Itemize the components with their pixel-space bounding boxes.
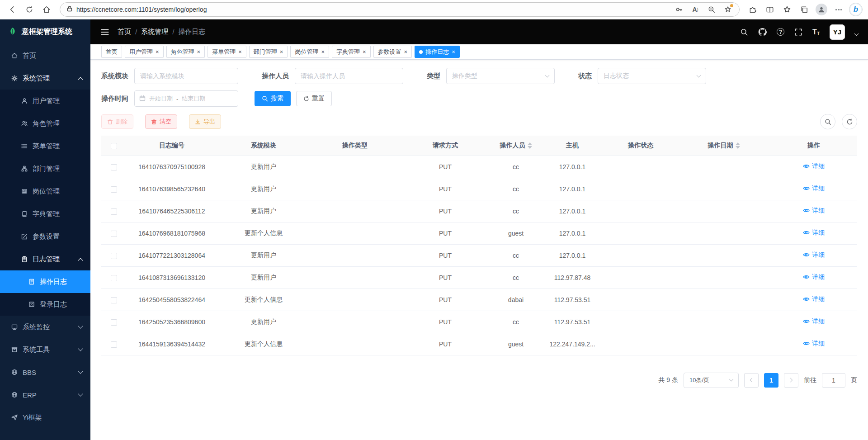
app-logo[interactable]: 意框架管理系统	[0, 19, 90, 44]
tab-user-management[interactable]: 用户管理×	[125, 46, 164, 58]
sidebar-item-yi-framework[interactable]: Yi框架	[0, 406, 90, 429]
row-checkbox[interactable]	[111, 164, 117, 170]
profile-avatar[interactable]	[814, 2, 829, 17]
row-checkbox[interactable]	[111, 341, 117, 348]
date-range-picker[interactable]: 开始日期 - 结束日期	[134, 90, 238, 107]
table-search-toggle-button[interactable]	[820, 114, 835, 129]
refresh-icon[interactable]	[22, 2, 37, 17]
detail-link[interactable]: 详细	[803, 273, 825, 281]
back-icon[interactable]	[5, 2, 20, 17]
detail-link[interactable]: 详细	[803, 207, 825, 215]
row-checkbox[interactable]	[111, 186, 117, 193]
row-checkbox[interactable]	[111, 275, 117, 281]
sidebar-item-login-log[interactable]: 登录日志	[0, 293, 90, 316]
tab-role-management[interactable]: 角色管理×	[166, 46, 205, 58]
row-checkbox[interactable]	[111, 208, 117, 215]
detail-link[interactable]: 详细	[803, 317, 825, 326]
sidebar-item-system-monitor[interactable]: 系统监控	[0, 316, 90, 338]
sidebar-item-log-management[interactable]: 日志管理	[0, 248, 90, 270]
col-operator[interactable]: 操作人员	[491, 136, 541, 156]
breadcrumb-item[interactable]: 系统管理	[141, 28, 168, 36]
sidebar-item-home[interactable]: 首页	[0, 44, 90, 67]
close-icon[interactable]: ×	[156, 49, 159, 55]
page-size-select[interactable]: 10条/页	[684, 373, 739, 388]
tab-menu-management[interactable]: 菜单管理×	[208, 46, 246, 58]
next-page-button[interactable]	[784, 373, 798, 388]
github-icon[interactable]	[758, 28, 767, 36]
collections-icon[interactable]	[797, 2, 812, 17]
tab-home[interactable]: 首页	[101, 46, 122, 58]
detail-link[interactable]: 详细	[803, 340, 825, 348]
sort-carets[interactable]	[528, 142, 532, 149]
sidebar-item-param-settings[interactable]: 参数设置	[0, 225, 90, 248]
tab-dict-management[interactable]: 字典管理×	[332, 46, 371, 58]
sidebar-item-system-tools[interactable]: 系统工具	[0, 338, 90, 361]
close-icon[interactable]: ×	[404, 49, 408, 55]
delete-button[interactable]: 删除	[101, 114, 133, 129]
chevron-down-icon[interactable]	[854, 32, 859, 36]
font-size-icon[interactable]: TT	[812, 28, 820, 36]
sidebar-item-user-management[interactable]: 用户管理	[0, 90, 90, 112]
favorites-star-icon[interactable]	[779, 2, 795, 17]
row-checkbox[interactable]	[111, 297, 117, 303]
help-icon[interactable]: ?	[777, 28, 784, 36]
detail-link[interactable]: 详细	[803, 251, 825, 259]
read-aloud-icon[interactable]: A)	[690, 5, 700, 14]
close-icon[interactable]: ×	[321, 49, 325, 55]
detail-link[interactable]: 详细	[803, 185, 825, 193]
sidebar-item-bbs[interactable]: BBS	[0, 361, 90, 383]
sidebar-item-menu-management[interactable]: 菜单管理	[0, 135, 90, 157]
hamburger-icon[interactable]	[100, 28, 109, 37]
split-screen-icon[interactable]	[762, 2, 778, 17]
page-number-button[interactable]: 1	[764, 373, 778, 388]
close-icon[interactable]: ×	[197, 49, 201, 55]
col-date[interactable]: 操作日期	[677, 136, 770, 156]
fullscreen-icon[interactable]	[794, 28, 802, 36]
shopping-tag-icon[interactable]	[723, 5, 733, 14]
close-icon[interactable]: ×	[452, 49, 455, 55]
more-menu-icon[interactable]	[831, 2, 846, 17]
reset-button[interactable]: 重置	[296, 91, 332, 106]
tab-department-management[interactable]: 部门管理×	[249, 46, 288, 58]
operator-input[interactable]	[295, 68, 403, 84]
sidebar-item-system-management[interactable]: 系统管理	[0, 67, 90, 90]
prev-page-button[interactable]	[744, 373, 759, 388]
tab-param-settings[interactable]: 参数设置×	[373, 46, 412, 58]
close-icon[interactable]: ×	[280, 49, 283, 55]
tab-post-management[interactable]: 岗位管理×	[290, 46, 329, 58]
extensions-puzzle-icon[interactable]	[745, 2, 760, 17]
status-select[interactable]: 日志状态	[598, 68, 706, 84]
detail-link[interactable]: 详细	[803, 295, 825, 303]
close-icon[interactable]: ×	[238, 49, 242, 55]
sidebar-item-post-management[interactable]: 岗位管理	[0, 180, 90, 203]
module-input[interactable]	[134, 68, 238, 84]
zoom-out-icon[interactable]	[707, 5, 717, 14]
sidebar-item-operation-log[interactable]: 操作日志	[0, 270, 90, 293]
password-key-icon[interactable]	[674, 5, 684, 14]
bing-icon[interactable]: b	[848, 2, 863, 17]
goto-page-input[interactable]	[822, 373, 845, 388]
clear-button[interactable]: 清空	[145, 114, 177, 129]
sidebar-item-erp[interactable]: ERP	[0, 383, 90, 406]
user-avatar-logo[interactable]: YJ	[830, 24, 845, 40]
export-button[interactable]: 导出	[189, 114, 221, 129]
search-icon[interactable]	[740, 28, 748, 36]
type-select[interactable]: 操作类型	[446, 68, 555, 84]
search-button[interactable]: 搜索	[255, 91, 291, 106]
detail-link[interactable]: 详细	[803, 229, 825, 237]
sidebar-item-role-management[interactable]: 角色管理	[0, 112, 90, 135]
tab-operation-log[interactable]: 操作日志×	[415, 46, 460, 58]
sidebar-item-department-management[interactable]: 部门管理	[0, 157, 90, 180]
row-checkbox[interactable]	[111, 319, 117, 326]
row-checkbox[interactable]	[111, 231, 117, 237]
select-all-checkbox[interactable]	[111, 143, 117, 149]
sidebar-item-dict-management[interactable]: 字典管理	[0, 203, 90, 225]
table-refresh-button[interactable]	[842, 114, 857, 129]
row-checkbox[interactable]	[111, 253, 117, 259]
detail-link[interactable]: 详细	[803, 162, 825, 170]
close-icon[interactable]: ×	[363, 49, 366, 55]
home-icon[interactable]	[39, 2, 54, 17]
url-bar[interactable]: https://ccnetcore.com:1101/system/log/op…	[60, 2, 740, 17]
sort-carets[interactable]	[736, 142, 740, 149]
breadcrumb-item[interactable]: 首页	[118, 28, 131, 36]
